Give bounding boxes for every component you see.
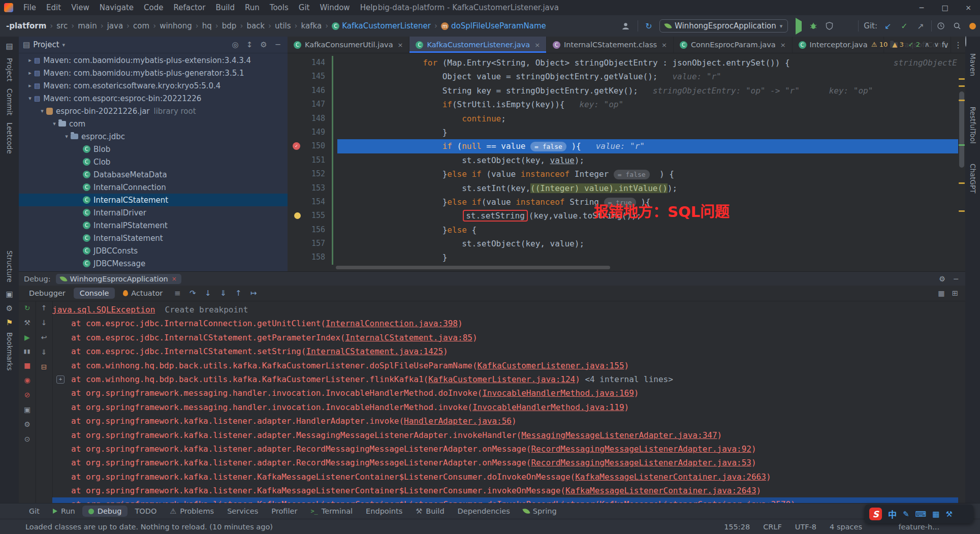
tool-window-button-terminal[interactable]: >_Terminal xyxy=(304,506,359,517)
tool-stripe-chatgpt[interactable]: ChatGPT xyxy=(969,164,977,193)
hidden-tabs-icon[interactable]: ∨ xyxy=(943,40,949,50)
stack-trace-link[interactable]: InternalCStatement.java:85 xyxy=(345,333,472,342)
tree-item[interactable]: CInternalStatement xyxy=(19,232,288,244)
tool-stripe-project[interactable]: Project xyxy=(6,58,14,81)
stack-trace-link[interactable]: KafkaCustomerListener.java:124 xyxy=(428,374,575,384)
close-icon[interactable]: × xyxy=(172,275,177,282)
create-breakpoint-action[interactable]: Create breakpoint xyxy=(155,305,248,315)
tool-stripe-restfultool[interactable]: RestfulTool xyxy=(969,107,977,144)
resume-icon[interactable]: ▶ xyxy=(24,333,30,341)
prev-issue-icon[interactable]: ∧ xyxy=(925,41,930,48)
editor-scrollbar[interactable] xyxy=(958,53,965,271)
line-ending[interactable]: CRLF xyxy=(763,523,782,531)
breadcrumb-item[interactable]: com xyxy=(132,21,150,30)
tree-item[interactable]: CDatabaseMetaData xyxy=(19,168,288,181)
thread-dump-icon[interactable]: ▣ xyxy=(24,405,30,414)
breadcrumb-item[interactable]: utils xyxy=(274,21,292,30)
project-title[interactable]: Project xyxy=(33,40,59,49)
stack-trace-link[interactable]: InternalCStatement.java:1425 xyxy=(306,347,443,356)
tree-item[interactable]: CJDBCMessage xyxy=(19,257,288,270)
menu-build[interactable]: Build xyxy=(210,3,240,12)
menu-code[interactable]: Code xyxy=(139,3,168,12)
editor-tab[interactable]: CConnEsprocParam.java× xyxy=(674,37,793,53)
close-icon[interactable]: × xyxy=(661,41,667,49)
line-number[interactable]: 153 xyxy=(288,181,337,195)
breadcrumb-item[interactable]: main xyxy=(77,21,98,30)
settings-icon[interactable]: ⚙ xyxy=(24,420,30,428)
rerun-icon[interactable]: ↻ xyxy=(24,304,30,312)
line-number[interactable]: 145 xyxy=(288,70,337,83)
line-number[interactable]: 150✓ xyxy=(288,139,337,153)
stack-trace-link[interactable]: KafkaCustomerListener.java:155 xyxy=(478,361,624,370)
up-stack-icon[interactable]: ↑ xyxy=(41,304,47,312)
pause-icon[interactable]: ▮▮ xyxy=(23,348,30,355)
ime-skin-icon[interactable]: ▦ xyxy=(932,510,939,519)
step-over-icon[interactable]: ↷ xyxy=(186,289,199,298)
tree-item[interactable]: ▾esproc.jdbc xyxy=(19,130,288,143)
coverage-button[interactable] xyxy=(826,22,837,30)
camera-icon[interactable]: ▣ xyxy=(0,290,19,299)
tool-window-button-debug[interactable]: Debug xyxy=(82,506,128,517)
breadcrumb-item[interactable]: mdoSplFileUseParamName xyxy=(440,21,547,30)
tree-item[interactable]: CInternalDriver xyxy=(19,206,288,219)
editor-tab[interactable]: CInternalCStatement.class× xyxy=(547,37,674,53)
breakpoint-icon[interactable]: ✓ xyxy=(293,142,300,150)
next-issue-icon[interactable]: ∨ xyxy=(934,41,939,48)
tool-window-button-problems[interactable]: ⚠Problems xyxy=(164,506,220,517)
debug-session-tab[interactable]: WinhongEsprocApplication × xyxy=(56,274,181,284)
debug-settings-icon[interactable]: ⚙ xyxy=(939,275,945,283)
menu-view[interactable]: View xyxy=(66,3,94,12)
tree-item[interactable]: ▸▤Maven: com.baomidou:mybatis-plus-gener… xyxy=(19,67,288,79)
tool-window-button-run[interactable]: Run xyxy=(47,506,81,517)
expand-frames-icon[interactable]: + xyxy=(56,375,65,384)
intention-bulb-icon[interactable] xyxy=(294,212,301,219)
run-button[interactable] xyxy=(793,21,804,31)
line-number[interactable]: 144 xyxy=(288,56,337,70)
editor-tab[interactable]: CKafkaCustomerListener.java× xyxy=(409,37,547,53)
chevron-down-icon[interactable]: ▾ xyxy=(62,42,66,48)
tree-item[interactable]: ▸▤Maven: com.baomidou:mybatis-plus-exten… xyxy=(19,54,288,67)
view-breakpoints-grid-icon[interactable]: ⊞ xyxy=(952,289,958,297)
caret-position[interactable]: 155:28 xyxy=(724,523,750,531)
settings-icon[interactable]: ⚙ xyxy=(258,40,269,49)
tree-item[interactable]: CInternalCStatement xyxy=(19,194,288,206)
tree-item[interactable]: CInternalConnection xyxy=(19,181,288,194)
sogou-logo-icon[interactable]: S xyxy=(869,508,882,520)
line-number[interactable]: 157 xyxy=(288,237,337,250)
line-number[interactable]: 155 xyxy=(288,209,337,223)
debug-tab-debugger[interactable]: Debugger xyxy=(23,288,72,299)
breadcrumb-item[interactable]: kafka xyxy=(300,21,323,30)
ime-lang-toggle[interactable]: 中 xyxy=(888,508,897,520)
git-commit-icon[interactable]: ✓ xyxy=(899,21,910,31)
ime-toolbox-icon[interactable]: ⚒ xyxy=(945,510,952,519)
minimize-button[interactable]: ─ xyxy=(910,0,933,15)
inspections-widget[interactable]: ⚠ 10 ▲ 3 ✓ 2 ∧ ∨ xyxy=(868,40,942,49)
tool-window-button-profiler[interactable]: Profiler xyxy=(265,506,303,517)
line-number[interactable]: 151 xyxy=(288,153,337,167)
line-number[interactable]: 146 xyxy=(288,84,337,98)
close-icon[interactable]: × xyxy=(398,41,403,49)
tree-item[interactable]: ▾▤Maven: com.esporc:esproc-bin:20221226 xyxy=(19,92,288,105)
tree-item[interactable]: ▾esproc-bin-20221226.jarlibrary root xyxy=(19,105,288,117)
ime-keyboard-icon[interactable]: ⌨ xyxy=(915,510,927,519)
menu-run[interactable]: Run xyxy=(240,3,265,12)
clear-console-icon[interactable]: ⊟ xyxy=(41,363,47,371)
user-icon[interactable] xyxy=(621,22,633,30)
run-to-cursor-icon[interactable]: ↦ xyxy=(247,289,260,298)
maximize-button[interactable]: □ xyxy=(933,0,957,15)
tree-item[interactable]: CClob xyxy=(19,155,288,168)
notifications-icon[interactable] xyxy=(969,23,976,29)
down-stack-icon[interactable]: ↓ xyxy=(41,319,47,327)
pin-icon[interactable]: ⊙ xyxy=(24,435,30,443)
menu-tools[interactable]: Tools xyxy=(265,3,294,12)
line-number[interactable]: 152 xyxy=(288,167,337,181)
git-push-icon[interactable]: ↗ xyxy=(915,21,926,31)
line-number[interactable]: 154 xyxy=(288,195,337,209)
stack-trace-link[interactable]: HandlerAdapter.java:56 xyxy=(404,416,512,426)
debug-button[interactable] xyxy=(809,22,820,30)
tool-stripe-bookmarks[interactable]: Bookmarks xyxy=(6,332,14,370)
run-config-select[interactable]: WinhongEsprocApplication ▾ xyxy=(659,19,788,33)
git-branch[interactable]: feature-h... xyxy=(898,523,939,531)
tool-stripe-maven[interactable]: Maven xyxy=(969,53,977,76)
breadcrumb-item[interactable]: java xyxy=(106,21,124,30)
